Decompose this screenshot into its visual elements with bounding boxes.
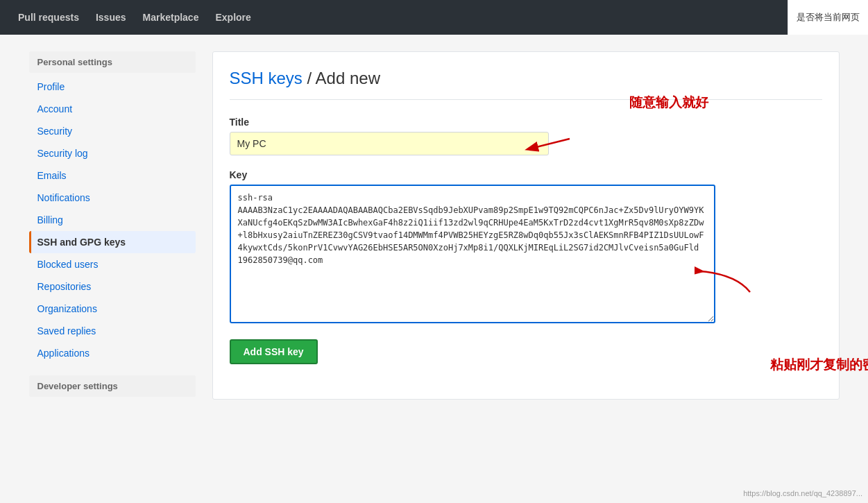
nav-issues[interactable]: Issues (89, 6, 133, 28)
sidebar-item-notifications[interactable]: Notifications (29, 187, 196, 209)
key-textarea[interactable]: ssh-rsa AAAAB3NzaC1yc2EAAAADAQABAABAQCba… (230, 185, 715, 323)
sidebar-item-security-log[interactable]: Security log (29, 142, 196, 164)
sidebar-section-developer: Developer settings (29, 375, 196, 397)
sidebar-item-emails[interactable]: Emails (29, 164, 196, 187)
svg-line-1 (528, 139, 570, 149)
sidebar-item-ssh-gpg-keys[interactable]: SSH and GPG keys (29, 231, 196, 253)
sidebar-personal-items: Profile Account Security Security log Em… (29, 76, 196, 364)
nav-marketplace[interactable]: Marketplace (136, 6, 206, 28)
annotation-text-2: 粘贴刚才复制的密钥 (770, 356, 869, 374)
key-label: Key (230, 169, 822, 180)
nav-links: Pull requests Issues Marketplace Explore (11, 6, 258, 28)
sidebar-item-blocked-users[interactable]: Blocked users (29, 253, 196, 275)
title-label: Title (230, 117, 822, 128)
page-layout: Personal settings Profile Account Securi… (18, 35, 851, 416)
nav-pull-requests[interactable]: Pull requests (11, 6, 86, 28)
title-form-group: Title 随意输入就好 (230, 117, 822, 155)
annotation-arrow-2 (695, 254, 757, 298)
sidebar-item-security[interactable]: Security (29, 120, 196, 142)
title-input[interactable] (230, 132, 549, 155)
top-navigation: Pull requests Issues Marketplace Explore… (0, 0, 868, 35)
sidebar-item-billing[interactable]: Billing (29, 209, 196, 231)
sidebar-item-organizations[interactable]: Organizations (29, 298, 196, 320)
submit-form-group: Add SSH key (230, 339, 822, 364)
sidebar-section-personal: Personal settings (29, 51, 196, 73)
annotation-text-1: 随意输入就好 (629, 94, 708, 112)
sidebar: Personal settings Profile Account Securi… (29, 51, 196, 400)
page-title: SSH keys / Add new (230, 69, 822, 100)
sidebar-item-applications[interactable]: Applications (29, 342, 196, 364)
main-content: SSH keys / Add new Title 随意输入就好 (212, 51, 840, 400)
nav-explore[interactable]: Explore (208, 6, 257, 28)
annotation-arrow-1 (521, 135, 577, 158)
title-suffix: Add new (316, 69, 380, 87)
title-separator: / (307, 69, 316, 87)
sidebar-item-profile[interactable]: Profile (29, 76, 196, 98)
sidebar-item-repositories[interactable]: Repositories (29, 275, 196, 298)
add-ssh-key-button[interactable]: Add SSH key (230, 339, 318, 364)
sidebar-item-account[interactable]: Account (29, 98, 196, 120)
key-form-group: Key ssh-rsa AAAAB3NzaC1yc2EAAAADAQABAABA… (230, 169, 822, 325)
ssh-keys-link[interactable]: SSH keys (230, 69, 303, 87)
nav-annotation: 是否将当前网页 (788, 0, 868, 35)
sidebar-item-saved-replies[interactable]: Saved replies (29, 320, 196, 342)
